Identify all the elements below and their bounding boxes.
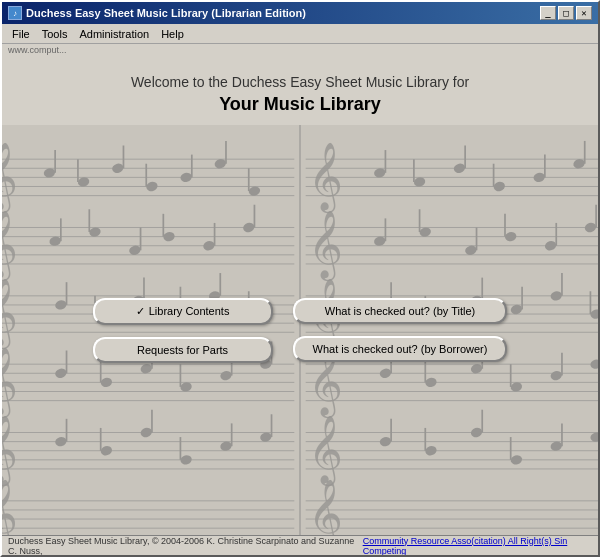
checked-out-by-borrower-button[interactable]: What is checked out? (by Borrower): [293, 336, 508, 362]
title-buttons: _ □ ✕: [540, 6, 592, 20]
status-bar: Duchess Easy Sheet Music Library, © 2004…: [2, 535, 598, 555]
checked-out-borrower-label: What is checked out? (by Borrower): [313, 343, 488, 355]
menu-tools[interactable]: Tools: [36, 27, 74, 41]
url-text: www.comput...: [8, 45, 67, 55]
right-buttons-column: What is checked out? (by Title) What is …: [293, 298, 508, 362]
library-icon: ✓: [136, 305, 145, 318]
window-title: Duchess Easy Sheet Music Library (Librar…: [26, 7, 306, 19]
checked-out-title-label: What is checked out? (by Title): [325, 305, 475, 317]
requests-for-parts-button[interactable]: Requests for Parts: [93, 337, 273, 363]
library-contents-label: Library Contents: [149, 305, 230, 317]
menu-bar: File Tools Administration Help: [2, 24, 598, 44]
left-buttons-column: ✓ Library Contents Requests for Parts: [93, 298, 273, 363]
title-bar: ♪ Duchess Easy Sheet Music Library (Libr…: [2, 2, 598, 24]
checked-out-by-title-button[interactable]: What is checked out? (by Title): [293, 298, 508, 324]
buttons-overlay: ✓ Library Contents Requests for Parts Wh…: [2, 125, 598, 535]
requests-label: Requests for Parts: [137, 344, 228, 356]
status-link-text: Community Resource Asso(citation) All Ri…: [363, 536, 568, 556]
menu-help[interactable]: Help: [155, 27, 190, 41]
menu-administration[interactable]: Administration: [73, 27, 155, 41]
menu-file[interactable]: File: [6, 27, 36, 41]
url-bar: www.comput...: [2, 44, 598, 58]
title-bar-left: ♪ Duchess Easy Sheet Music Library (Libr…: [8, 6, 306, 20]
main-window: ♪ Duchess Easy Sheet Music Library (Libr…: [0, 0, 600, 557]
minimize-button[interactable]: _: [540, 6, 556, 20]
library-contents-button[interactable]: ✓ Library Contents: [93, 298, 273, 325]
status-link[interactable]: Community Resource Asso(citation) All Ri…: [363, 536, 592, 556]
welcome-area: Welcome to the Duchess Easy Sheet Music …: [2, 58, 598, 125]
maximize-button[interactable]: □: [558, 6, 574, 20]
main-content: Welcome to the Duchess Easy Sheet Music …: [2, 58, 598, 555]
close-button[interactable]: ✕: [576, 6, 592, 20]
status-text: Duchess Easy Sheet Music Library, © 2004…: [8, 536, 359, 556]
welcome-line1: Welcome to the Duchess Easy Sheet Music …: [12, 74, 588, 90]
app-icon: ♪: [8, 6, 22, 20]
sheet-music-area: 𝄞: [2, 125, 598, 535]
welcome-line2: Your Music Library: [12, 94, 588, 115]
